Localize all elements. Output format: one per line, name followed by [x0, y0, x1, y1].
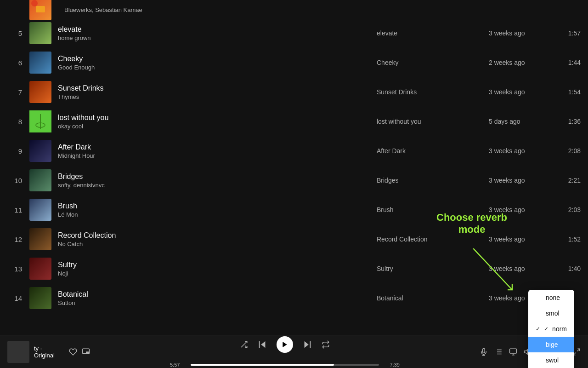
track-thumb — [29, 169, 51, 191]
track-row[interactable]: 14 Botanical Sutton Botanical 3 weeks ag… — [0, 283, 588, 313]
track-artist: Lé Mon — [58, 211, 369, 218]
track-row-partial[interactable]: Bluewerks, Sebastian Kamae — [0, 0, 588, 18]
prev-button[interactable] — [257, 339, 267, 350]
track-duration: 2:03 — [553, 206, 581, 213]
track-added: 3 weeks ago — [489, 177, 553, 184]
track-added: 3 weeks ago — [489, 265, 553, 272]
progress-bar[interactable] — [191, 364, 379, 366]
track-title: Botanical — [58, 290, 369, 299]
track-duration: 1:57 — [553, 29, 581, 37]
shuffle-button[interactable] — [240, 340, 248, 349]
track-added: 3 weeks ago — [489, 29, 553, 37]
track-artist: Bluewerks, Sebastian Kamae — [64, 6, 581, 13]
track-info: elevate home grown — [58, 25, 369, 41]
track-thumb — [29, 110, 51, 132]
track-num: 5 — [7, 29, 22, 37]
track-info: Bluewerks, Sebastian Kamae — [64, 6, 581, 13]
devices-icon — [509, 348, 517, 356]
reverb-dropdown[interactable]: nonesmol✓normbigeswolbruh — [528, 290, 574, 368]
track-row[interactable]: 13 Sultry Noji Sultry 3 weeks ago 1:40 — [0, 254, 588, 283]
track-num: 14 — [7, 294, 22, 302]
mic-button[interactable] — [480, 348, 488, 356]
track-added: 3 weeks ago — [489, 88, 553, 96]
track-row[interactable]: 5 elevate home grown elevate 3 weeks ago… — [0, 18, 588, 48]
track-thumb — [29, 287, 51, 309]
svg-marker-8 — [261, 341, 265, 348]
track-thumb — [29, 140, 51, 162]
progress-fill — [191, 364, 334, 366]
player-current: ty - Original — [7, 341, 90, 363]
track-thumb — [29, 52, 51, 74]
track-artist: Noji — [58, 270, 369, 277]
reverb-option[interactable]: ✓norm — [528, 321, 574, 337]
track-title: After Dark — [58, 143, 369, 151]
track-num: 8 — [7, 118, 22, 126]
progress-bar-container[interactable]: 5:57 7:39 — [170, 362, 400, 368]
track-artist: No Catch — [58, 241, 369, 247]
track-num: 6 — [7, 59, 22, 67]
track-album: Cheeky — [369, 59, 489, 66]
track-duration: 1:44 — [553, 59, 581, 66]
track-title: lost without you — [58, 114, 369, 122]
pip-icon — [82, 348, 90, 356]
track-album: lost without you — [369, 118, 489, 125]
track-added: 2 weeks ago — [489, 59, 553, 66]
track-album: Botanical — [369, 294, 489, 302]
track-info: Botanical Sutton — [58, 290, 369, 306]
track-artist: softy, dennisivnvc — [58, 182, 369, 189]
track-num: 11 — [7, 206, 22, 214]
picture-in-picture-button[interactable] — [82, 348, 90, 356]
track-title: Record Collection — [58, 231, 369, 240]
track-row[interactable]: 10 Bridges softy, dennisivnvc Bridges 3 … — [0, 166, 588, 195]
track-info: Sultry Noji — [58, 261, 369, 277]
track-added: 3 weeks ago — [489, 206, 553, 213]
track-album: Record Collection — [369, 236, 489, 243]
time-total: 7:39 — [384, 362, 400, 368]
track-title: elevate — [58, 25, 369, 34]
track-row[interactable]: 12 Record Collection No Catch Record Col… — [0, 224, 588, 254]
track-title: Sultry — [58, 261, 369, 269]
track-row[interactable]: 8 lost without you okay cool lost withou… — [0, 107, 588, 136]
track-thumb — [29, 228, 51, 250]
queue-icon — [494, 348, 503, 356]
track-album: After Dark — [369, 147, 489, 155]
svg-marker-10 — [283, 342, 287, 347]
track-duration: 1:52 — [553, 236, 581, 243]
repeat-button[interactable] — [322, 340, 330, 349]
reverb-option[interactable]: bige — [528, 337, 574, 352]
track-thumb — [29, 81, 51, 103]
track-row[interactable]: 6 Cheeky Good Enough Cheeky 2 weeks ago … — [0, 48, 588, 77]
track-info: Sunset Drinks Thymes — [58, 84, 369, 100]
queue-button[interactable] — [494, 348, 503, 356]
track-artist: okay cool — [58, 123, 369, 130]
track-duration: 1:54 — [553, 88, 581, 96]
track-row[interactable]: 7 Sunset Drinks Thymes Sunset Drinks 3 w… — [0, 77, 588, 107]
next-button[interactable] — [302, 339, 312, 350]
reverb-option[interactable]: smol — [528, 305, 574, 321]
track-title: Sunset Drinks — [58, 84, 369, 92]
reverb-option-label: none — [546, 294, 560, 301]
track-row[interactable]: 11 Brush Lé Mon Brush 3 weeks ago 2:03 — [0, 195, 588, 224]
track-list: Bluewerks, Sebastian Kamae 5 elevate hom… — [0, 0, 588, 313]
heart-button[interactable] — [69, 348, 77, 356]
reverb-option[interactable]: swol — [528, 352, 574, 368]
track-added: 3 weeks ago — [489, 236, 553, 243]
track-thumb — [29, 258, 51, 280]
track-info: Bridges softy, dennisivnvc — [58, 172, 369, 189]
svg-rect-5 — [86, 351, 89, 354]
track-row[interactable]: 9 After Dark Midnight Hour After Dark 3 … — [0, 136, 588, 166]
track-album: Sunset Drinks — [369, 88, 489, 96]
track-info: lost without you okay cool — [58, 114, 369, 130]
devices-button[interactable] — [509, 348, 517, 356]
time-current: 5:57 — [170, 362, 186, 368]
track-duration: 1:40 — [553, 265, 581, 272]
track-duration: 2:08 — [553, 147, 581, 155]
player-buttons — [240, 336, 330, 353]
track-artist: Thymes — [58, 93, 369, 100]
reverb-option-label: bige — [546, 341, 558, 348]
track-num: 9 — [7, 147, 22, 155]
play-button[interactable] — [277, 336, 293, 353]
track-album: Sultry — [369, 265, 489, 272]
reverb-option[interactable]: none — [528, 290, 574, 305]
track-artist: Midnight Hour — [58, 152, 369, 159]
